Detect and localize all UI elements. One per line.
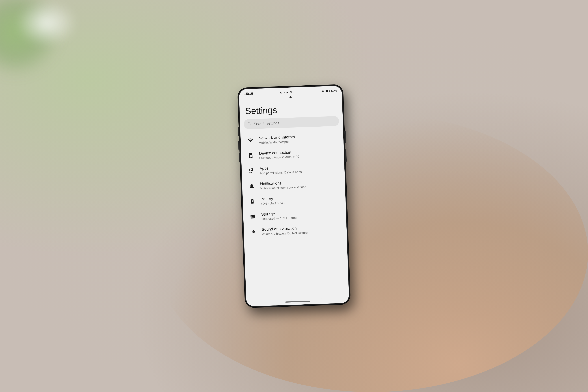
apps-icon	[247, 166, 255, 175]
wifi-status-icon	[321, 90, 324, 92]
phone-screen: 15:10 ⚙ ♪ ▶ G •	[239, 86, 349, 306]
svg-point-0	[323, 92, 323, 92]
svg-rect-3	[326, 90, 328, 92]
hand-background	[155, 114, 588, 392]
notifications-text: Notifications Notification history, conv…	[260, 178, 340, 190]
battery-status-icon	[326, 90, 330, 92]
storage-icon	[249, 212, 257, 221]
home-bar	[285, 300, 310, 302]
google-icon-status: G	[290, 91, 292, 94]
svg-rect-4	[250, 154, 251, 155]
status-right-icons: 59%	[321, 89, 337, 93]
storage-text: Storage 19% used — 103 GB free	[261, 209, 341, 221]
camera-dot	[289, 96, 292, 98]
phone-device: 15:10 ⚙ ♪ ▶ G •	[237, 84, 350, 308]
sound-icon	[249, 228, 258, 236]
network-text: Network and Internet Mobile, Wi-Fi, hots…	[258, 133, 338, 144]
status-time: 15:10	[244, 92, 253, 96]
page-title: Settings	[239, 98, 343, 119]
svg-rect-2	[329, 90, 330, 91]
settings-screen: Settings Search settings	[239, 98, 349, 301]
play-icon-status: ▶	[287, 91, 289, 94]
notifications-icon	[248, 182, 256, 190]
search-icon	[247, 122, 251, 126]
phone-body: 15:10 ⚙ ♪ ▶ G •	[237, 84, 350, 308]
light-decoration	[15, 0, 77, 46]
settings-list: Network and Internet Mobile, Wi-Fi, hots…	[240, 130, 347, 240]
dot-icon-status: •	[293, 91, 294, 94]
device-text: Device connection Bluetooth, Android Aut…	[259, 148, 339, 160]
settings-icon-status: ⚙	[280, 91, 282, 94]
battery-icon	[248, 197, 257, 205]
search-placeholder: Search settings	[254, 121, 279, 126]
device-icon	[247, 151, 255, 160]
music-icon-status: ♪	[284, 91, 285, 94]
sound-text: Sound and vibration Volume, vibration, D…	[262, 224, 341, 236]
battery-percent: 59%	[331, 89, 337, 92]
apps-text: Apps App permissions, Default apps	[259, 163, 339, 175]
svg-rect-5	[251, 154, 252, 155]
battery-text-item: Battery 59% - Until 05:45	[261, 194, 340, 205]
status-center-icons: ⚙ ♪ ▶ G •	[280, 91, 294, 94]
network-icon	[246, 136, 254, 144]
